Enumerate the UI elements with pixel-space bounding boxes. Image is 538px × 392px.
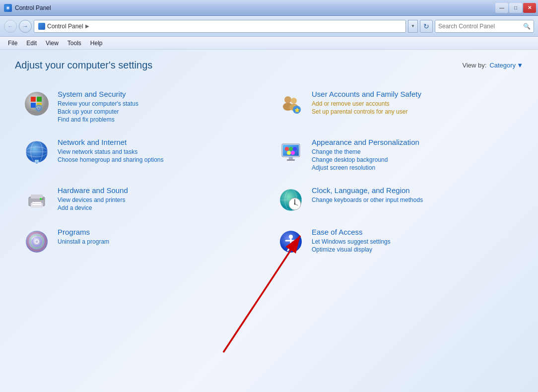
svg-point-26	[287, 151, 291, 155]
menu-help[interactable]: Help	[86, 39, 107, 48]
menu-view[interactable]: View	[42, 39, 63, 48]
svg-text:⭐: ⭐	[294, 107, 300, 113]
content-header: Adjust your computer's settings View by:…	[15, 60, 523, 71]
svg-rect-34	[32, 204, 41, 205]
appearance-title[interactable]: Appearance and Personalization	[312, 138, 515, 146]
category-system-security[interactable]: 🛡 System and Security Review your comput…	[15, 83, 269, 131]
menu-bar: File Edit View Tools Help	[0, 37, 538, 50]
svg-rect-31	[31, 195, 43, 198]
view-by-label: View by:	[462, 62, 486, 69]
close-button[interactable]: ✕	[523, 3, 536, 13]
svg-point-24	[289, 147, 293, 151]
ease-access-link-1[interactable]: Let Windows suggest settings	[312, 238, 515, 245]
appearance-icon	[277, 138, 305, 166]
hardware-sound-link-1[interactable]: View devices and printers	[58, 196, 261, 203]
svg-rect-5	[31, 103, 36, 108]
system-security-link-2[interactable]: Back up your computer	[58, 108, 261, 115]
minimize-button[interactable]: —	[495, 3, 508, 13]
menu-file[interactable]: File	[4, 39, 21, 48]
system-security-link-1[interactable]: Review your computer's status	[58, 100, 261, 107]
programs-info: Programs Uninstall a program	[58, 228, 261, 246]
appearance-link-3[interactable]: Adjust screen resolution	[312, 164, 515, 171]
svg-rect-3	[31, 97, 36, 102]
ease-access-icon	[277, 228, 305, 256]
hardware-sound-icon	[23, 186, 51, 214]
network-internet-icon	[23, 138, 51, 166]
maximize-button[interactable]: □	[509, 3, 522, 13]
view-by: View by: Category ▼	[462, 62, 523, 69]
network-internet-link-1[interactable]: View network status and tasks	[58, 148, 261, 155]
window-controls: — □ ✕	[495, 3, 536, 13]
svg-point-8	[284, 96, 291, 103]
programs-icon	[23, 228, 51, 256]
svg-rect-33	[32, 202, 41, 203]
user-accounts-title[interactable]: User Accounts and Family Safety	[312, 90, 515, 98]
svg-rect-4	[37, 97, 42, 102]
forward-button[interactable]: →	[19, 20, 32, 33]
svg-point-10	[291, 98, 297, 104]
ease-access-info: Ease of Access Let Windows suggest setti…	[312, 228, 515, 254]
svg-point-35	[40, 198, 42, 200]
user-accounts-info: User Accounts and Family Safety Add or r…	[312, 90, 515, 116]
category-hardware-sound[interactable]: Hardware and Sound View devices and prin…	[15, 179, 269, 221]
clock-language-info: Clock, Language, and Region Change keybo…	[312, 186, 515, 204]
clock-language-icon	[277, 186, 305, 214]
svg-point-23	[285, 147, 289, 151]
search-box[interactable]: 🔍	[435, 20, 534, 33]
system-security-icon: 🛡	[23, 90, 51, 118]
svg-rect-28	[289, 157, 293, 159]
search-input[interactable]	[438, 23, 521, 30]
category-programs[interactable]: Programs Uninstall a program	[15, 221, 269, 262]
address-bar[interactable]: Control Panel ▶	[34, 20, 406, 33]
category-network-internet[interactable]: Network and Internet View network status…	[15, 131, 269, 179]
menu-edit[interactable]: Edit	[22, 39, 41, 48]
clock-language-title[interactable]: Clock, Language, and Region	[312, 186, 515, 195]
svg-rect-29	[287, 159, 295, 161]
view-by-dropdown[interactable]: Category ▼	[489, 62, 523, 69]
page-title: Adjust your computer's settings	[15, 60, 152, 71]
title-bar-left: Control Panel	[4, 4, 51, 12]
svg-point-27	[291, 151, 295, 155]
svg-point-25	[293, 147, 297, 151]
category-clock-language[interactable]: Clock, Language, and Region Change keybo…	[269, 179, 523, 221]
svg-point-48	[36, 241, 38, 243]
category-appearance[interactable]: Appearance and Personalization Change th…	[269, 131, 523, 179]
svg-rect-19	[35, 160, 39, 162]
search-icon: 🔍	[523, 23, 531, 30]
navigation-bar: ← → Control Panel ▶ ▼ ↻ 🔍	[0, 16, 538, 37]
view-by-value-text: Category	[489, 62, 516, 69]
clock-language-link-1[interactable]: Change keyboards or other input methods	[312, 196, 515, 203]
path-separator: ▶	[85, 23, 89, 29]
categories-grid: 🛡 System and Security Review your comput…	[15, 83, 523, 262]
ease-access-title[interactable]: Ease of Access	[312, 228, 515, 236]
appearance-link-1[interactable]: Change the theme	[312, 148, 515, 155]
system-security-info: System and Security Review your computer…	[58, 90, 261, 124]
window-title: Control Panel	[15, 4, 51, 11]
hardware-sound-info: Hardware and Sound View devices and prin…	[58, 186, 261, 212]
svg-text:🛡: 🛡	[37, 106, 41, 111]
system-security-link-3[interactable]: Find and fix problems	[58, 116, 261, 123]
hardware-sound-title[interactable]: Hardware and Sound	[58, 186, 261, 195]
path-root: Control Panel	[47, 23, 83, 30]
ease-access-link-2[interactable]: Optimize visual display	[312, 246, 515, 253]
appearance-info: Appearance and Personalization Change th…	[312, 138, 515, 172]
user-accounts-link-2[interactable]: Set up parental controls for any user	[312, 108, 515, 115]
programs-link-1[interactable]: Uninstall a program	[58, 238, 261, 245]
network-internet-title[interactable]: Network and Internet	[58, 138, 261, 146]
network-internet-info: Network and Internet View network status…	[58, 138, 261, 164]
user-accounts-link-1[interactable]: Add or remove user accounts	[312, 100, 515, 107]
refresh-button[interactable]: ↻	[420, 20, 433, 33]
category-ease-access[interactable]: Ease of Access Let Windows suggest setti…	[269, 221, 523, 262]
menu-tools[interactable]: Tools	[64, 39, 85, 48]
system-security-title[interactable]: System and Security	[58, 90, 261, 98]
category-user-accounts[interactable]: ⭐ User Accounts and Family Safety Add or…	[269, 83, 523, 131]
hardware-sound-link-2[interactable]: Add a device	[58, 204, 261, 211]
address-dropdown[interactable]: ▼	[408, 20, 418, 33]
main-content: Adjust your computer's settings View by:…	[0, 50, 538, 392]
programs-title[interactable]: Programs	[58, 228, 261, 236]
appearance-link-2[interactable]: Change desktop background	[312, 156, 515, 163]
network-internet-link-2[interactable]: Choose homegroup and sharing options	[58, 156, 261, 163]
svg-point-36	[42, 198, 44, 200]
user-accounts-icon: ⭐	[277, 90, 305, 118]
back-button[interactable]: ←	[4, 20, 17, 33]
